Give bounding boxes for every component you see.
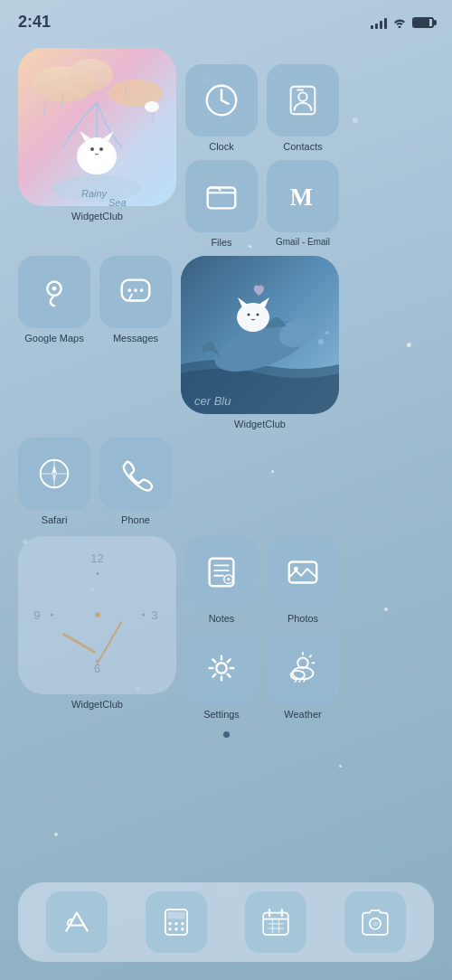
widgetclub-bg: Rainy Sea bbox=[18, 48, 176, 206]
notes-icon-svg bbox=[202, 553, 240, 591]
messages-icon-svg bbox=[117, 273, 155, 311]
notes-app-item[interactable]: Notes bbox=[185, 536, 258, 625]
phone-label: Phone bbox=[121, 514, 150, 526]
messages-app-item[interactable]: Messages bbox=[99, 256, 172, 344]
googlemaps-app-item[interactable]: Google Maps bbox=[18, 256, 90, 344]
wifi-icon bbox=[392, 17, 407, 28]
phone-app-item[interactable]: Phone bbox=[99, 438, 172, 526]
svg-point-40 bbox=[318, 339, 324, 344]
files-app-item[interactable]: Files bbox=[185, 160, 258, 249]
svg-point-66 bbox=[174, 928, 177, 930]
files-icon-svg bbox=[202, 177, 240, 215]
app-row-1: Rainy Sea WidgetClub ☆ bbox=[18, 48, 434, 249]
settings-app-item[interactable]: Settings bbox=[185, 632, 258, 721]
phone-icon bbox=[99, 438, 172, 510]
svg-point-29 bbox=[127, 288, 131, 292]
clock-contacts-row: Clock Contacts bbox=[185, 64, 339, 153]
safari-icon bbox=[18, 438, 90, 510]
svg-line-20 bbox=[221, 100, 229, 104]
calculator-dock-item[interactable] bbox=[146, 891, 207, 953]
clock-app-item[interactable]: Clock bbox=[185, 64, 258, 153]
widgetclub-large-icon: Rainy Sea bbox=[18, 48, 176, 206]
files-label: Files bbox=[211, 237, 231, 249]
googlemaps-icon-svg bbox=[35, 273, 73, 311]
widgetclub2-icon: cer Blu bbox=[181, 256, 339, 414]
notes-icon bbox=[185, 536, 258, 608]
svg-point-67 bbox=[181, 928, 184, 930]
camera-dock-icon bbox=[344, 891, 406, 953]
contacts-label: Contacts bbox=[283, 141, 322, 153]
svg-rect-61 bbox=[168, 912, 185, 919]
widgetclub-art: Rainy Sea bbox=[18, 48, 176, 206]
svg-point-41 bbox=[325, 331, 329, 335]
weather-label: Weather bbox=[284, 709, 321, 721]
svg-point-6 bbox=[80, 137, 113, 166]
appstore-dock-icon bbox=[46, 891, 108, 953]
googlemaps-icon bbox=[18, 256, 90, 328]
clock-widget-label: WidgetClub bbox=[71, 699, 123, 711]
svg-point-52 bbox=[216, 663, 226, 673]
settings-label: Settings bbox=[203, 709, 240, 721]
messages-icon bbox=[99, 256, 172, 328]
gmail-label: Gmail - Email bbox=[276, 237, 330, 248]
clock-face: 12 3 6 9 bbox=[30, 547, 165, 683]
svg-point-30 bbox=[134, 288, 137, 292]
gmail-app-item[interactable]: M Gmail - Email bbox=[267, 160, 339, 249]
notes-label: Notes bbox=[209, 613, 235, 625]
clock-icon bbox=[185, 64, 258, 137]
photos-icon-svg bbox=[284, 553, 322, 591]
messages-label: Messages bbox=[113, 333, 158, 344]
svg-text:Rainy: Rainy bbox=[81, 188, 108, 199]
svg-point-51 bbox=[294, 566, 298, 570]
settings-icon bbox=[185, 632, 258, 704]
page-dot-1 bbox=[223, 731, 230, 738]
svg-text:Sea: Sea bbox=[108, 197, 127, 206]
files-icon bbox=[185, 160, 258, 232]
calculator-icon-svg bbox=[159, 905, 193, 939]
clock-widget-icon: 12 3 6 9 bbox=[18, 536, 176, 694]
widgetclub2-label: WidgetClub bbox=[234, 419, 286, 430]
svg-point-77 bbox=[372, 921, 377, 926]
safari-app-item[interactable]: Safari bbox=[18, 438, 90, 526]
widgetclub-large-label: WidgetClub bbox=[71, 211, 123, 222]
notes-photos-stack: Notes Photos bbox=[185, 536, 339, 721]
status-icons bbox=[371, 16, 434, 29]
widgetclub2-item[interactable]: cer Blu WidgetClub bbox=[181, 256, 339, 430]
svg-point-22 bbox=[298, 92, 307, 101]
clock-label: Clock bbox=[209, 141, 234, 153]
app-row-3: Google Maps Messages bbox=[18, 256, 434, 430]
calendar-dock-icon bbox=[245, 891, 306, 953]
clock-widget-item[interactable]: 12 3 6 9 WidgetClub bbox=[18, 536, 176, 711]
appstore-icon-svg bbox=[60, 905, 94, 939]
gmail-icon-svg: M bbox=[284, 177, 322, 215]
contacts-app-item[interactable]: Contacts bbox=[267, 64, 339, 153]
appstore-dock-item[interactable] bbox=[46, 891, 108, 953]
calculator-dock-icon bbox=[146, 891, 207, 953]
contacts-icon bbox=[267, 64, 339, 137]
svg-text:M: M bbox=[290, 184, 313, 211]
weather-app-item[interactable]: Weather bbox=[267, 632, 339, 721]
photos-icon bbox=[267, 536, 339, 608]
app-row-4: Safari Phone bbox=[18, 438, 434, 526]
svg-point-62 bbox=[168, 922, 171, 925]
svg-point-9 bbox=[90, 147, 94, 151]
photos-app-item[interactable]: Photos bbox=[267, 536, 339, 625]
svg-point-10 bbox=[99, 147, 103, 151]
star-badge: ☆ bbox=[89, 225, 107, 249]
svg-text:cer Blu: cer Blu bbox=[194, 394, 231, 408]
dock bbox=[18, 882, 434, 962]
status-time: 2:41 bbox=[18, 13, 51, 32]
calendar-icon-svg bbox=[259, 905, 293, 939]
files-gmail-row: Files M Gmail - Email bbox=[185, 160, 339, 249]
page-indicator bbox=[0, 731, 452, 738]
svg-point-31 bbox=[140, 288, 144, 292]
calendar-dock-item[interactable] bbox=[245, 891, 306, 953]
widgetclub-large-item[interactable]: Rainy Sea WidgetClub ☆ bbox=[18, 48, 176, 249]
notes-photos-row: Notes Photos bbox=[185, 536, 339, 625]
svg-line-55 bbox=[310, 655, 311, 656]
battery-icon bbox=[412, 17, 434, 28]
svg-point-39 bbox=[257, 314, 259, 316]
svg-point-15 bbox=[145, 101, 159, 112]
camera-dock-item[interactable] bbox=[344, 891, 406, 953]
svg-rect-24 bbox=[208, 187, 236, 208]
